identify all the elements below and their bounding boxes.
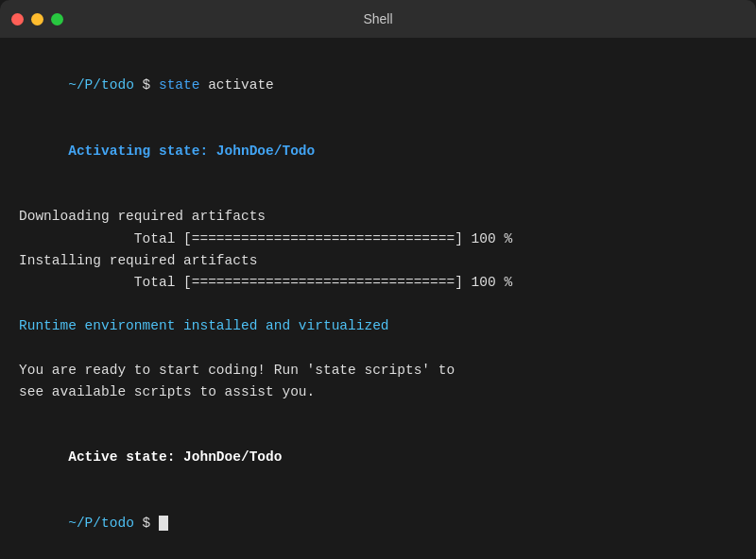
downloading-progress: Total [================================]… bbox=[19, 229, 737, 250]
terminal-window: Shell ~/P/todo $ state activate Activati… bbox=[0, 0, 756, 559]
spacer-1 bbox=[19, 184, 737, 206]
terminal-body[interactable]: ~/P/todo $ state activate Activating sta… bbox=[0, 38, 756, 559]
titlebar: Shell bbox=[0, 0, 756, 38]
window-controls bbox=[11, 13, 63, 25]
final-prompt-line: ~/P/todo $ bbox=[19, 491, 737, 557]
active-state-line: Active state: JohnDoe/Todo bbox=[19, 425, 737, 491]
active-state-label: Active state: bbox=[68, 449, 183, 465]
activating-label: Activating state: bbox=[68, 144, 216, 159]
final-prompt-path: ~/P/todo bbox=[68, 516, 134, 531]
window-title: Shell bbox=[363, 11, 392, 26]
installing-progress: Total [================================]… bbox=[19, 272, 737, 294]
spacer-2 bbox=[19, 294, 737, 315]
final-prompt-dollar: $ bbox=[134, 516, 159, 531]
downloading-line: Downloading required artifacts bbox=[19, 206, 737, 228]
spacer-3 bbox=[19, 337, 737, 359]
ready-line-2: see available scripts to assist you. bbox=[19, 381, 737, 403]
active-state-value: JohnDoe/Todo bbox=[183, 449, 282, 465]
runtime-line: Runtime environment installed and virtua… bbox=[19, 315, 737, 337]
command-args: activate bbox=[199, 77, 273, 93]
ready-line-1: You are ready to start coding! Run 'stat… bbox=[19, 360, 737, 381]
close-button[interactable] bbox=[11, 13, 24, 25]
command-keyword: state bbox=[159, 77, 200, 93]
prompt-path: ~/P/todo bbox=[68, 77, 134, 93]
activating-line: Activating state: JohnDoe/Todo bbox=[19, 119, 737, 185]
minimize-button[interactable] bbox=[31, 13, 43, 25]
spacer-4 bbox=[19, 403, 737, 425]
cursor bbox=[159, 516, 168, 531]
installing-line: Installing required artifacts bbox=[19, 250, 737, 272]
prompt-dollar: $ bbox=[134, 77, 159, 93]
activating-value: JohnDoe/Todo bbox=[216, 144, 315, 159]
maximize-button[interactable] bbox=[51, 13, 63, 25]
command-line: ~/P/todo $ state activate bbox=[19, 53, 737, 119]
